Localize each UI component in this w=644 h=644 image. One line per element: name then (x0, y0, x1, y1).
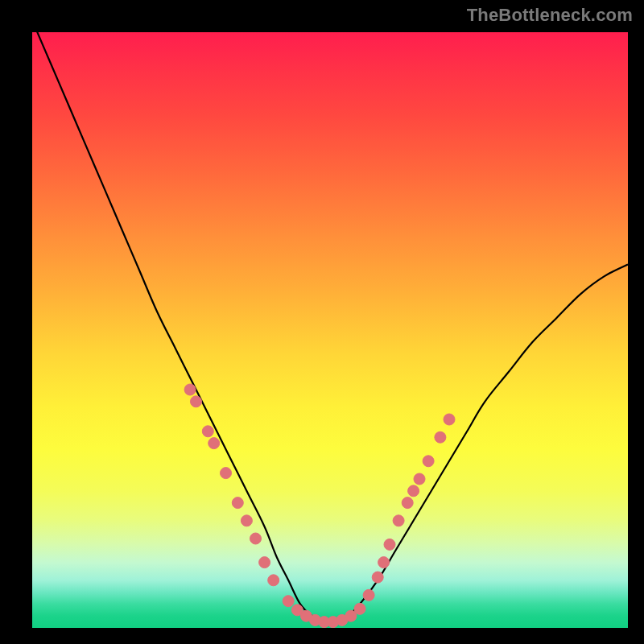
curve-marker (232, 497, 243, 509)
curve-marker (259, 557, 270, 568)
curve-marker (444, 414, 455, 425)
curve-marker (268, 575, 279, 586)
curve-marker (354, 603, 365, 614)
curve-marker (191, 396, 202, 407)
curve-marker (393, 515, 404, 526)
curve-marker (363, 589, 374, 601)
curve-marker (414, 473, 425, 485)
curve-marker (283, 596, 294, 607)
curve-marker (372, 572, 383, 583)
curve-markers (184, 384, 455, 628)
curve-marker (378, 557, 390, 568)
curve-marker (408, 485, 419, 497)
curve-marker (384, 539, 395, 550)
bottleneck-curve (32, 32, 628, 623)
curve-marker (184, 384, 196, 395)
curve-marker (402, 497, 413, 509)
bottleneck-chart: TheBottleneck.com (0, 0, 644, 644)
curve-layer (32, 32, 628, 628)
watermark-text: TheBottleneck.com (467, 5, 633, 26)
curve-marker (202, 426, 213, 437)
curve-marker (241, 515, 252, 526)
curve-marker (208, 438, 220, 449)
curve-marker (221, 468, 232, 479)
plot-area (32, 32, 628, 628)
curve-marker (435, 431, 446, 443)
curve-marker (423, 456, 434, 467)
curve-marker (250, 533, 262, 544)
